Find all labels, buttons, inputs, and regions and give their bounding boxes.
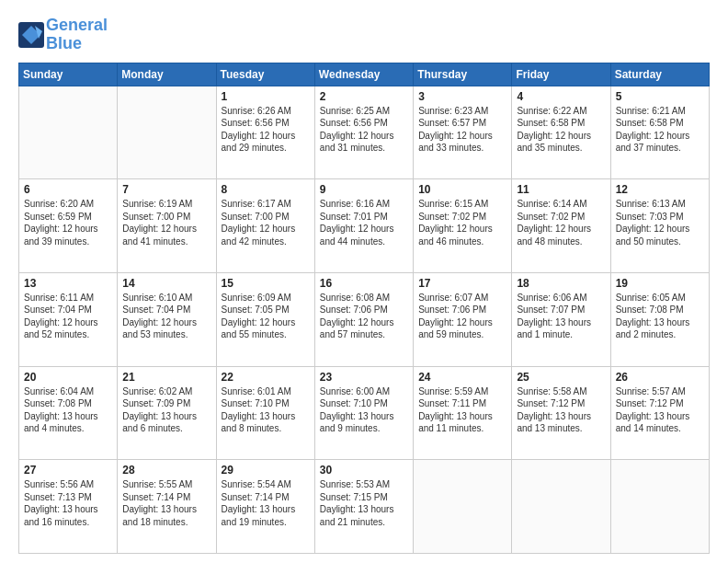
day-number: 30 bbox=[320, 464, 408, 477]
calendar-cell: 8Sunrise: 6:17 AM Sunset: 7:00 PM Daylig… bbox=[216, 179, 314, 273]
day-info: Sunrise: 5:53 AM Sunset: 7:15 PM Dayligh… bbox=[320, 478, 408, 528]
day-number: 10 bbox=[418, 183, 506, 196]
day-info: Sunrise: 5:54 AM Sunset: 7:14 PM Dayligh… bbox=[222, 478, 310, 528]
calendar-cell: 2Sunrise: 6:25 AM Sunset: 6:56 PM Daylig… bbox=[314, 86, 413, 179]
calendar-cell: 28Sunrise: 5:55 AM Sunset: 7:14 PM Dayli… bbox=[118, 460, 216, 554]
weekday-saturday: Saturday bbox=[610, 63, 709, 86]
day-info: Sunrise: 6:06 AM Sunset: 7:07 PM Dayligh… bbox=[517, 292, 605, 341]
week-row-3: 20Sunrise: 6:04 AM Sunset: 7:08 PM Dayli… bbox=[19, 366, 710, 460]
day-number: 27 bbox=[24, 464, 112, 477]
calendar-cell: 29Sunrise: 5:54 AM Sunset: 7:14 PM Dayli… bbox=[216, 460, 314, 554]
day-info: Sunrise: 6:19 AM Sunset: 7:00 PM Dayligh… bbox=[122, 198, 210, 247]
logo-text: General Blue bbox=[46, 17, 108, 53]
day-number: 7 bbox=[122, 183, 210, 196]
day-number: 17 bbox=[418, 277, 506, 290]
calendar-cell: 21Sunrise: 6:02 AM Sunset: 7:09 PM Dayli… bbox=[118, 366, 216, 460]
day-number: 8 bbox=[222, 183, 310, 196]
day-number: 19 bbox=[616, 277, 704, 290]
day-info: Sunrise: 6:17 AM Sunset: 7:00 PM Dayligh… bbox=[222, 198, 310, 247]
calendar-cell bbox=[512, 460, 610, 554]
week-row-0: 1Sunrise: 6:26 AM Sunset: 6:56 PM Daylig… bbox=[19, 86, 710, 179]
calendar-cell: 15Sunrise: 6:09 AM Sunset: 7:05 PM Dayli… bbox=[216, 272, 314, 366]
weekday-sunday: Sunday bbox=[19, 63, 118, 86]
day-info: Sunrise: 6:14 AM Sunset: 7:02 PM Dayligh… bbox=[517, 198, 605, 247]
page: General Blue SundayMondayTuesdayWednesda… bbox=[0, 0, 728, 563]
day-info: Sunrise: 6:00 AM Sunset: 7:10 PM Dayligh… bbox=[320, 385, 408, 435]
weekday-header-row: SundayMondayTuesdayWednesdayThursdayFrid… bbox=[19, 63, 710, 86]
day-number: 14 bbox=[122, 277, 210, 290]
calendar-cell: 11Sunrise: 6:14 AM Sunset: 7:02 PM Dayli… bbox=[512, 179, 610, 273]
day-number: 16 bbox=[320, 277, 408, 290]
calendar-cell: 30Sunrise: 5:53 AM Sunset: 7:15 PM Dayli… bbox=[314, 460, 413, 554]
day-info: Sunrise: 6:16 AM Sunset: 7:01 PM Dayligh… bbox=[320, 198, 408, 247]
calendar-cell bbox=[118, 86, 216, 179]
day-info: Sunrise: 5:56 AM Sunset: 7:13 PM Dayligh… bbox=[24, 478, 112, 528]
day-info: Sunrise: 6:02 AM Sunset: 7:09 PM Dayligh… bbox=[122, 385, 210, 435]
weekday-friday: Friday bbox=[512, 63, 610, 86]
day-number: 3 bbox=[418, 90, 506, 103]
calendar-cell: 18Sunrise: 6:06 AM Sunset: 7:07 PM Dayli… bbox=[512, 272, 610, 366]
weekday-wednesday: Wednesday bbox=[314, 63, 413, 86]
day-info: Sunrise: 6:10 AM Sunset: 7:04 PM Dayligh… bbox=[122, 292, 210, 341]
day-number: 29 bbox=[222, 464, 310, 477]
calendar-cell: 5Sunrise: 6:21 AM Sunset: 6:58 PM Daylig… bbox=[610, 86, 709, 179]
header: General Blue bbox=[18, 17, 710, 53]
calendar-cell: 12Sunrise: 6:13 AM Sunset: 7:03 PM Dayli… bbox=[610, 179, 709, 273]
day-info: Sunrise: 6:20 AM Sunset: 6:59 PM Dayligh… bbox=[24, 198, 112, 247]
calendar-cell: 1Sunrise: 6:26 AM Sunset: 6:56 PM Daylig… bbox=[216, 86, 314, 179]
day-number: 25 bbox=[517, 371, 605, 384]
day-info: Sunrise: 6:22 AM Sunset: 6:58 PM Dayligh… bbox=[517, 105, 605, 155]
day-number: 12 bbox=[616, 183, 704, 196]
logo-general: General bbox=[46, 16, 108, 34]
calendar-cell: 20Sunrise: 6:04 AM Sunset: 7:08 PM Dayli… bbox=[19, 366, 118, 460]
week-row-2: 13Sunrise: 6:11 AM Sunset: 7:04 PM Dayli… bbox=[19, 272, 710, 366]
calendar-cell: 10Sunrise: 6:15 AM Sunset: 7:02 PM Dayli… bbox=[414, 179, 512, 273]
day-info: Sunrise: 6:25 AM Sunset: 6:56 PM Dayligh… bbox=[320, 105, 408, 155]
calendar-cell: 6Sunrise: 6:20 AM Sunset: 6:59 PM Daylig… bbox=[19, 179, 118, 273]
day-info: Sunrise: 6:07 AM Sunset: 7:06 PM Dayligh… bbox=[418, 292, 506, 341]
weekday-monday: Monday bbox=[118, 63, 216, 86]
calendar-cell: 4Sunrise: 6:22 AM Sunset: 6:58 PM Daylig… bbox=[512, 86, 610, 179]
day-number: 28 bbox=[122, 464, 210, 477]
calendar-cell bbox=[19, 86, 118, 179]
calendar-cell: 27Sunrise: 5:56 AM Sunset: 7:13 PM Dayli… bbox=[19, 460, 118, 554]
day-info: Sunrise: 6:15 AM Sunset: 7:02 PM Dayligh… bbox=[418, 198, 506, 247]
logo-icon bbox=[18, 22, 44, 48]
day-number: 20 bbox=[24, 371, 112, 384]
day-info: Sunrise: 6:13 AM Sunset: 7:03 PM Dayligh… bbox=[616, 198, 704, 247]
day-number: 5 bbox=[616, 90, 704, 103]
day-info: Sunrise: 6:11 AM Sunset: 7:04 PM Dayligh… bbox=[24, 292, 112, 341]
day-info: Sunrise: 6:21 AM Sunset: 6:58 PM Dayligh… bbox=[616, 105, 704, 155]
calendar-cell: 14Sunrise: 6:10 AM Sunset: 7:04 PM Dayli… bbox=[118, 272, 216, 366]
day-info: Sunrise: 6:04 AM Sunset: 7:08 PM Dayligh… bbox=[24, 385, 112, 435]
week-row-4: 27Sunrise: 5:56 AM Sunset: 7:13 PM Dayli… bbox=[19, 460, 710, 554]
day-info: Sunrise: 5:55 AM Sunset: 7:14 PM Dayligh… bbox=[122, 478, 210, 528]
weekday-tuesday: Tuesday bbox=[216, 63, 314, 86]
day-info: Sunrise: 6:09 AM Sunset: 7:05 PM Dayligh… bbox=[222, 292, 310, 341]
day-number: 26 bbox=[616, 371, 704, 384]
week-row-1: 6Sunrise: 6:20 AM Sunset: 6:59 PM Daylig… bbox=[19, 179, 710, 273]
day-number: 15 bbox=[222, 277, 310, 290]
day-info: Sunrise: 5:59 AM Sunset: 7:11 PM Dayligh… bbox=[418, 385, 506, 435]
calendar-cell: 23Sunrise: 6:00 AM Sunset: 7:10 PM Dayli… bbox=[314, 366, 413, 460]
day-info: Sunrise: 5:57 AM Sunset: 7:12 PM Dayligh… bbox=[616, 385, 704, 435]
day-number: 18 bbox=[517, 277, 605, 290]
calendar-cell: 16Sunrise: 6:08 AM Sunset: 7:06 PM Dayli… bbox=[314, 272, 413, 366]
day-number: 21 bbox=[122, 371, 210, 384]
day-number: 4 bbox=[517, 90, 605, 103]
calendar-cell: 13Sunrise: 6:11 AM Sunset: 7:04 PM Dayli… bbox=[19, 272, 118, 366]
weekday-thursday: Thursday bbox=[414, 63, 512, 86]
day-number: 13 bbox=[24, 277, 112, 290]
calendar-cell: 26Sunrise: 5:57 AM Sunset: 7:12 PM Dayli… bbox=[610, 366, 709, 460]
day-number: 9 bbox=[320, 183, 408, 196]
day-info: Sunrise: 6:05 AM Sunset: 7:08 PM Dayligh… bbox=[616, 292, 704, 341]
logo-blue: Blue bbox=[46, 34, 82, 52]
logo: General Blue bbox=[18, 17, 108, 53]
day-number: 6 bbox=[24, 183, 112, 196]
day-info: Sunrise: 6:01 AM Sunset: 7:10 PM Dayligh… bbox=[222, 385, 310, 435]
calendar-cell: 9Sunrise: 6:16 AM Sunset: 7:01 PM Daylig… bbox=[314, 179, 413, 273]
day-number: 24 bbox=[418, 371, 506, 384]
calendar-cell: 24Sunrise: 5:59 AM Sunset: 7:11 PM Dayli… bbox=[414, 366, 512, 460]
calendar-cell: 19Sunrise: 6:05 AM Sunset: 7:08 PM Dayli… bbox=[610, 272, 709, 366]
day-info: Sunrise: 6:23 AM Sunset: 6:57 PM Dayligh… bbox=[418, 105, 506, 155]
